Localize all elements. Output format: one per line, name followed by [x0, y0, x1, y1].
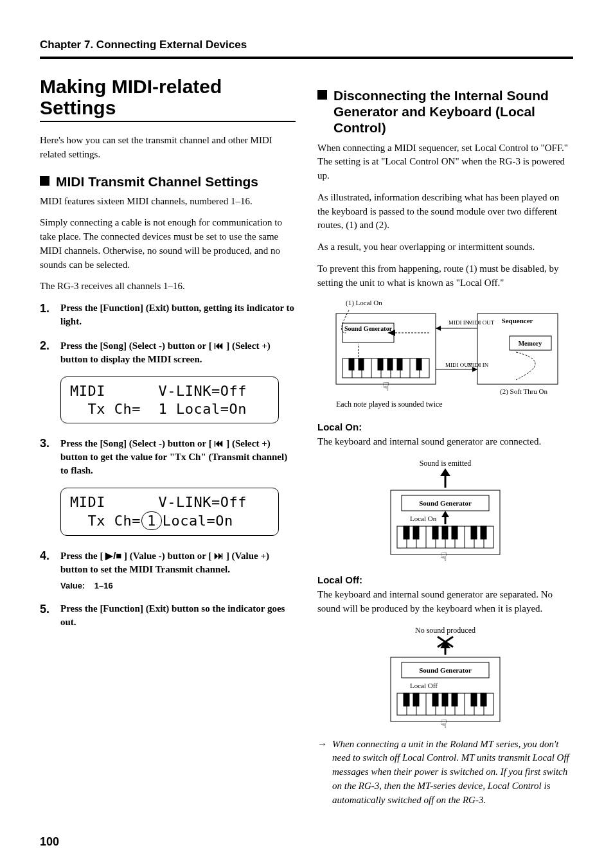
svg-text:No sound produced: No sound produced [415, 626, 475, 635]
svg-rect-58 [471, 526, 477, 539]
subsection-heading: Disconnecting the Internal Sound Generat… [317, 87, 573, 136]
step-text: Press the [Function] (Exit) button so th… [60, 602, 296, 629]
svg-marker-38 [440, 468, 450, 476]
step-text: Press the [Song] (Select -) button or [ … [60, 339, 296, 366]
svg-rect-16 [397, 359, 402, 370]
svg-rect-84 [432, 693, 438, 706]
step-number: 4. [40, 549, 54, 562]
steps-list: 3. Press the [Song] (Select -) button or… [40, 436, 296, 477]
routing-diagram: (1) Local On Sound Generator ☟ [323, 297, 567, 410]
step-item: 1. Press the [Function] (Exit) button, g… [40, 301, 296, 328]
svg-rect-59 [481, 526, 486, 539]
value-range: 1–16 [94, 581, 113, 590]
svg-rect-14 [378, 359, 383, 370]
svg-rect-0 [336, 314, 436, 384]
svg-text:☟: ☟ [440, 718, 447, 730]
lcd-line: MIDI V-LINK=Off [70, 383, 247, 399]
lcd-line-part: Local=On [163, 513, 233, 529]
lcd-line: MIDI V-LINK=Off [70, 494, 247, 510]
step-text: Press the [ ▶/■ ] (Value -) button or [ … [60, 549, 296, 592]
local-off-heading: Local Off: [317, 574, 573, 585]
right-column: Disconnecting the Internal Sound Generat… [317, 76, 573, 807]
note-text: When connecting a unit in the Roland MT … [332, 738, 573, 808]
svg-rect-86 [452, 693, 458, 706]
lcd-line: Tx Ch= 1 Local=On [70, 401, 247, 417]
page-columns: Making MIDI-related Settings Here's how … [40, 76, 573, 807]
steps-list: 4. Press the [ ▶/■ ] (Value -) button or… [40, 549, 296, 629]
paragraph: Simply connecting a cable is not enough … [40, 216, 296, 272]
paragraph: To prevent this from happening, route (1… [317, 262, 573, 290]
note: → When connecting a unit in the Roland M… [317, 738, 573, 808]
step-text: Press the [Function] (Exit) button, gett… [60, 301, 296, 328]
label-local-on: (1) Local On [346, 299, 382, 307]
step-item: 2. Press the [Song] (Select -) button or… [40, 339, 296, 366]
steps-list: 1. Press the [Function] (Exit) button, g… [40, 301, 296, 366]
svg-text:MIDI IN: MIDI IN [468, 362, 489, 368]
step-number: 1. [40, 301, 54, 314]
step-number: 2. [40, 339, 54, 351]
paragraph: The keyboard and internal sound generato… [317, 435, 573, 449]
svg-text:☟: ☟ [382, 380, 389, 393]
paragraph: When connecting a MIDI sequencer, set Lo… [317, 141, 573, 183]
svg-rect-56 [442, 526, 448, 539]
header-rule [40, 57, 573, 59]
svg-rect-87 [471, 693, 477, 706]
step-number: 3. [40, 436, 54, 449]
subsection-heading: MIDI Transmit Channel Settings [40, 173, 296, 190]
svg-text:Sound Generator: Sound Generator [344, 325, 393, 332]
svg-rect-17 [416, 359, 422, 370]
svg-text:Sound is emitted: Sound is emitted [420, 459, 472, 468]
step-item: 4. Press the [ ▶/■ ] (Value -) button or… [40, 549, 296, 592]
subsection-title: MIDI Transmit Channel Settings [56, 173, 258, 190]
svg-rect-54 [413, 526, 419, 539]
rewind-icon [214, 340, 224, 351]
local-on-diagram: Sound is emitted Sound Generator Local O… [362, 457, 529, 563]
svg-text:Memory: Memory [519, 340, 542, 347]
svg-rect-57 [452, 526, 458, 539]
lcd-display: MIDI V-LINK=Off Tx Ch= 1 Local=On [60, 376, 296, 423]
running-head: Chapter 7. Connecting External Devices [40, 39, 573, 51]
step-text-part: Press the [Song] (Select -) button or [ [60, 438, 214, 448]
svg-rect-13 [359, 359, 364, 370]
svg-rect-12 [349, 359, 354, 370]
subsection-title: Disconnecting the Internal Sound Generat… [333, 87, 573, 136]
svg-text:MIDI OUT: MIDI OUT [468, 319, 495, 326]
step-number: 5. [40, 602, 54, 615]
svg-text:☟: ☟ [440, 551, 447, 563]
flashing-value: 1 [141, 511, 162, 531]
step-text-part: ] (Value -) button or [ [121, 551, 214, 561]
section-heading: Making MIDI-related Settings [40, 76, 296, 122]
paragraph: The RG-3 receives all channels 1–16. [40, 279, 296, 294]
svg-text:Local On: Local On [410, 515, 437, 522]
step-text: Press the [Song] (Select -) button or [ … [60, 436, 296, 477]
svg-text:Sound Generator: Sound Generator [419, 499, 472, 507]
lcd-screen: MIDI V-LINK=Off Tx Ch= 1 Local=On [60, 376, 279, 423]
svg-rect-85 [442, 693, 448, 706]
local-on-heading: Local On: [317, 421, 573, 432]
value-meta: Value: 1–16 [60, 580, 296, 592]
svg-rect-53 [404, 526, 409, 539]
square-bullet-icon [40, 176, 49, 186]
local-off-diagram: No sound produced Sound Generator Local … [362, 624, 529, 730]
arrow-icon: → [317, 738, 327, 808]
value-label: Value: [60, 581, 85, 590]
paragraph: MIDI features sixteen MIDI channels, num… [40, 195, 296, 209]
svg-text:MIDI IN: MIDI IN [449, 319, 470, 326]
paragraph: As illustrated, information describing w… [317, 191, 573, 233]
left-column: Making MIDI-related Settings Here's how … [40, 76, 296, 807]
intro-paragraph: Here's how you can set the transmit chan… [40, 134, 296, 162]
square-bullet-icon [317, 90, 327, 100]
lcd-screen: MIDI V-LINK=Off Tx Ch=1Local=On [60, 488, 279, 536]
lcd-line-part: Tx Ch= [70, 513, 141, 529]
page-number: 100 [40, 835, 59, 849]
step-item: 5. Press the [Function] (Exit) button so… [40, 602, 296, 629]
paragraph: As a result, you hear overlapping or int… [317, 240, 573, 254]
svg-marker-31 [436, 326, 441, 331]
svg-rect-55 [432, 526, 438, 539]
svg-text:Sequencer: Sequencer [502, 317, 533, 324]
step-text-part: Press the [ [60, 551, 105, 561]
play-stop-icon: ▶/■ [105, 550, 121, 561]
rewind-icon [214, 438, 224, 448]
paragraph: The keyboard and internal sound generato… [317, 588, 573, 616]
svg-text:(2)  Soft Thru On: (2) Soft Thru On [500, 387, 548, 396]
